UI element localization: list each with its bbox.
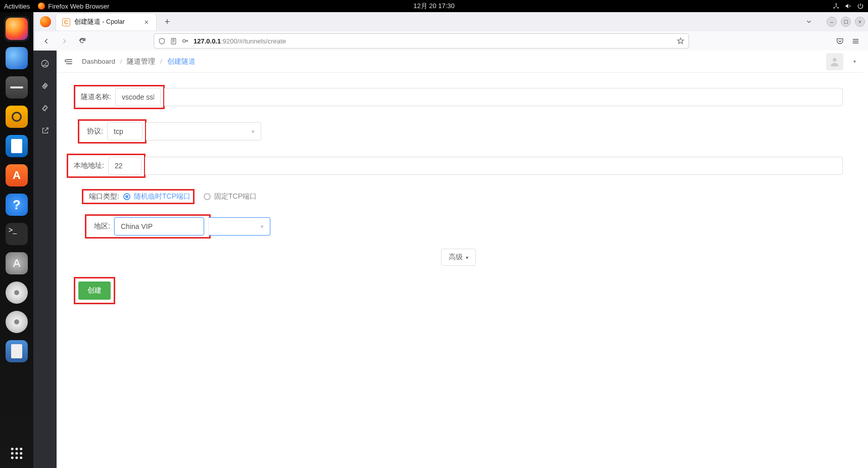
app-sidebar	[33, 51, 57, 468]
highlight-local-addr: 本地地址:	[67, 154, 146, 178]
user-avatar[interactable]	[826, 53, 843, 70]
port-type-radio-fixed[interactable]: 固定TCP端口	[204, 192, 257, 201]
dock-firefox[interactable]	[4, 16, 29, 41]
svg-point-8	[20, 452, 22, 455]
window-minimize-button[interactable]: –	[827, 17, 837, 27]
tab-favicon: C	[62, 18, 70, 26]
advanced-toggle-button[interactable]: 高级 ▾	[441, 249, 476, 266]
dock-writer[interactable]	[4, 133, 29, 159]
dock-thunderbird[interactable]	[4, 45, 29, 71]
highlight-region: 地区: China VIP	[85, 214, 211, 239]
volume-icon[interactable]	[845, 3, 852, 10]
svg-point-9	[11, 456, 14, 459]
firefox-home-icon[interactable]	[35, 16, 56, 27]
region-select[interactable]: ▾	[209, 217, 270, 236]
dock-text-editor[interactable]	[4, 339, 29, 364]
highlight-tunnel-name: 隧道名称:	[74, 85, 165, 109]
breadcrumb-dashboard[interactable]: Dashboard	[82, 58, 115, 65]
url-text: 127.0.0.1:9200/#/tunnels/create	[194, 37, 286, 45]
chevron-down-icon: ▾	[252, 128, 255, 135]
app-viewport: Dashboard / 隧道管理 / 创建隧道 ▾ 隧道名称:	[33, 51, 863, 468]
create-tunnel-form: 隧道名称: 协议: tcp ▾ 本地地址:	[57, 73, 863, 324]
region-select-left[interactable]: China VIP	[114, 217, 204, 236]
create-button[interactable]: 创建	[78, 282, 111, 300]
protocol-select[interactable]: ▾	[146, 122, 261, 141]
dock-terminal[interactable]: >_	[4, 221, 29, 247]
highlight-protocol: 协议: tcp	[78, 119, 147, 144]
user-menu-caret-icon[interactable]: ▾	[853, 59, 856, 64]
pocket-icon[interactable]	[836, 37, 844, 45]
svg-point-0	[836, 4, 837, 5]
svg-point-11	[20, 456, 22, 459]
dock-help[interactable]: ?	[4, 192, 29, 217]
tunnel-name-label: 隧道名称:	[78, 92, 111, 102]
port-type-label: 端口类型:	[86, 192, 119, 201]
svg-point-3	[11, 448, 14, 450]
sidebar-toggle-icon[interactable]	[64, 57, 74, 67]
region-label: 地区:	[89, 222, 110, 231]
svg-point-13	[183, 39, 185, 42]
browser-tab[interactable]: C 创建隧道 - Cpolar ×	[56, 13, 157, 30]
sidebar-dashboard-icon[interactable]	[40, 59, 50, 69]
local-addr-input-ext[interactable]	[145, 157, 843, 175]
dock-software[interactable]	[4, 163, 29, 188]
network-icon[interactable]	[833, 3, 840, 10]
firefox-icon	[38, 3, 45, 10]
dock-updater[interactable]: A	[4, 251, 29, 276]
reload-button[interactable]	[75, 33, 90, 49]
local-addr-input[interactable]	[108, 157, 141, 175]
svg-point-5	[20, 448, 22, 450]
breadcrumb-tunnel-mgmt[interactable]: 隧道管理	[127, 58, 155, 65]
radio-icon	[204, 193, 211, 200]
sidebar-settings-icon[interactable]	[40, 81, 50, 91]
svg-point-4	[16, 448, 18, 450]
window-close-button[interactable]: ×	[855, 17, 865, 27]
region-value: China VIP	[121, 222, 153, 230]
app-menu-icon[interactable]	[851, 37, 860, 45]
clock[interactable]: 12月 20 17:30	[413, 2, 455, 11]
dock-disc-1[interactable]	[4, 280, 29, 305]
radio-icon-checked	[123, 193, 130, 200]
ubuntu-dock: ? >_ A	[0, 12, 33, 468]
dock-show-apps[interactable]	[9, 446, 24, 461]
activities-button[interactable]: Activities	[4, 3, 30, 10]
protocol-value-box: tcp	[107, 122, 142, 141]
svg-point-7	[16, 452, 18, 455]
protocol-label: 协议:	[82, 127, 103, 136]
local-addr-label: 本地地址:	[71, 161, 104, 170]
nav-toolbar: 127.0.0.1:9200/#/tunnels/create	[33, 31, 868, 51]
dock-rhythmbox[interactable]	[4, 104, 29, 129]
forward-button[interactable]	[57, 33, 72, 49]
power-icon[interactable]	[857, 3, 864, 10]
tabs-overflow-icon[interactable]	[805, 18, 812, 25]
app-header: Dashboard / 隧道管理 / 创建隧道 ▾	[57, 51, 863, 73]
sidebar-status-icon[interactable]	[40, 103, 50, 113]
dock-files[interactable]	[4, 75, 29, 100]
sidebar-external-icon[interactable]	[40, 125, 50, 135]
permissions-icon[interactable]	[181, 37, 189, 45]
svg-point-6	[11, 452, 14, 455]
caret-down-icon: ▾	[466, 255, 468, 260]
tunnel-name-input-ext[interactable]	[164, 88, 843, 106]
breadcrumb: Dashboard / 隧道管理 / 创建隧道	[82, 57, 196, 66]
tab-title: 创建隧道 - Cpolar	[74, 18, 138, 26]
tunnel-name-input[interactable]	[115, 88, 161, 106]
port-type-radio-random[interactable]: 随机临时TCP端口	[123, 192, 190, 201]
active-app-indicator[interactable]: Firefox Web Browser	[38, 3, 109, 10]
gnome-top-bar: Activities Firefox Web Browser 12月 20 17…	[0, 0, 868, 12]
svg-rect-12	[171, 38, 176, 43]
port-type-fixed-label: 固定TCP端口	[214, 192, 257, 201]
active-app-label: Firefox Web Browser	[48, 3, 109, 10]
bookmark-star-icon[interactable]	[677, 37, 685, 45]
tab-close-icon[interactable]: ×	[142, 18, 151, 27]
new-tab-button[interactable]: +	[160, 14, 175, 29]
svg-point-15	[44, 85, 45, 86]
highlight-submit: 创建	[74, 277, 115, 304]
page-info-icon[interactable]	[170, 37, 177, 45]
dock-disc-2[interactable]	[4, 309, 29, 335]
port-type-random-label: 随机临时TCP端口	[134, 192, 190, 201]
window-maximize-button[interactable]: ☐	[841, 17, 851, 27]
back-button[interactable]	[38, 33, 54, 49]
url-bar[interactable]: 127.0.0.1:9200/#/tunnels/create	[154, 33, 689, 49]
highlight-port-type: 端口类型: 随机临时TCP端口	[82, 189, 195, 204]
